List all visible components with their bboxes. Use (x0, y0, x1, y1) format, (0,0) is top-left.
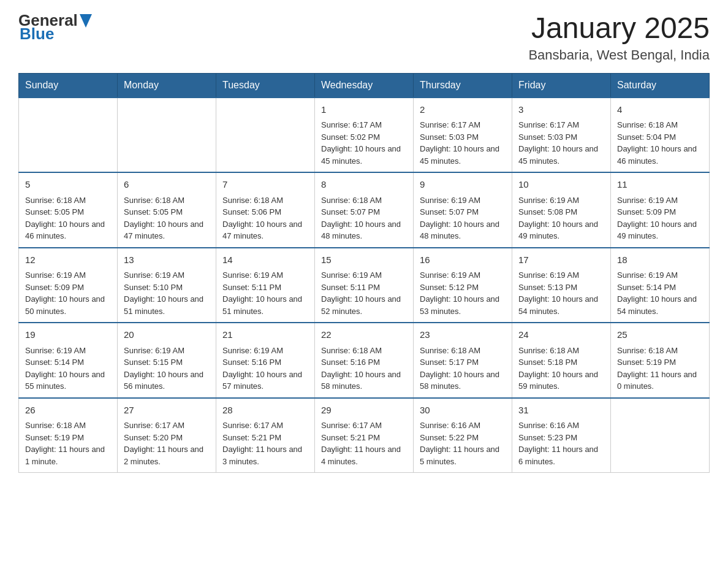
day-info: Sunrise: 6:19 AM (25, 269, 111, 282)
calendar-cell: 14Sunrise: 6:19 AMSunset: 5:11 PMDayligh… (216, 248, 315, 323)
location-title: Bansbaria, West Bengal, India (528, 47, 710, 63)
calendar-body: 1Sunrise: 6:17 AMSunset: 5:02 PMDaylight… (19, 98, 710, 473)
calendar-cell: 1Sunrise: 6:17 AMSunset: 5:02 PMDaylight… (315, 98, 414, 173)
title-section: January 2025 Bansbaria, West Bengal, Ind… (528, 12, 710, 63)
logo-blue-text: Blue (20, 26, 54, 42)
month-title: January 2025 (528, 12, 710, 45)
day-number: 28 (222, 404, 308, 418)
day-info: Sunset: 5:16 PM (222, 356, 308, 369)
day-info: Sunrise: 6:19 AM (617, 194, 703, 207)
day-info: Sunrise: 6:17 AM (518, 119, 604, 131)
day-info: Daylight: 10 hours and 50 minutes. (25, 293, 111, 317)
day-info: Daylight: 10 hours and 47 minutes. (222, 218, 308, 242)
day-number: 30 (420, 404, 506, 418)
day-info: Sunset: 5:17 PM (420, 356, 506, 369)
day-info: Daylight: 10 hours and 45 minutes. (518, 143, 604, 167)
day-number: 14 (222, 253, 308, 267)
header-wednesday: Wednesday (315, 73, 414, 98)
day-info: Sunset: 5:14 PM (617, 282, 703, 294)
calendar-cell (611, 398, 710, 473)
day-number: 22 (321, 328, 407, 342)
day-info: Sunrise: 6:19 AM (321, 269, 407, 282)
header-row: SundayMondayTuesdayWednesdayThursdayFrid… (19, 73, 710, 98)
day-info: Daylight: 10 hours and 54 minutes. (617, 293, 703, 317)
day-info: Sunset: 5:16 PM (321, 356, 407, 369)
day-number: 11 (617, 178, 703, 192)
day-number: 19 (25, 328, 111, 342)
day-info: Sunset: 5:11 PM (321, 282, 407, 294)
day-info: Sunset: 5:09 PM (25, 282, 111, 294)
calendar-cell: 4Sunrise: 6:18 AMSunset: 5:04 PMDaylight… (611, 98, 710, 173)
day-info: Daylight: 11 hours and 3 minutes. (222, 443, 308, 467)
day-number: 26 (25, 404, 111, 418)
day-info: Sunrise: 6:19 AM (420, 194, 506, 207)
calendar-cell: 29Sunrise: 6:17 AMSunset: 5:21 PMDayligh… (315, 398, 414, 473)
day-info: Daylight: 10 hours and 57 minutes. (222, 369, 308, 393)
day-number: 31 (518, 404, 604, 418)
day-info: Sunrise: 6:18 AM (321, 345, 407, 357)
day-info: Sunset: 5:08 PM (518, 206, 604, 218)
day-info: Sunset: 5:21 PM (222, 432, 308, 444)
day-info: Sunset: 5:06 PM (222, 206, 308, 218)
calendar-cell: 11Sunrise: 6:19 AMSunset: 5:09 PMDayligh… (611, 172, 710, 248)
header-sunday: Sunday (19, 73, 118, 98)
day-info: Sunset: 5:15 PM (124, 356, 210, 369)
day-info: Sunrise: 6:19 AM (518, 194, 604, 207)
day-info: Daylight: 10 hours and 58 minutes. (420, 369, 506, 393)
day-info: Daylight: 10 hours and 48 minutes. (420, 218, 506, 242)
day-number: 9 (420, 178, 506, 192)
day-info: Sunrise: 6:19 AM (124, 345, 210, 357)
header-friday: Friday (512, 73, 611, 98)
day-info: Sunrise: 6:18 AM (420, 345, 506, 357)
calendar-cell (118, 98, 216, 173)
calendar-cell: 2Sunrise: 6:17 AMSunset: 5:03 PMDaylight… (414, 98, 512, 173)
day-info: Daylight: 10 hours and 55 minutes. (25, 369, 111, 393)
calendar-cell: 26Sunrise: 6:18 AMSunset: 5:19 PMDayligh… (19, 398, 118, 473)
calendar-cell: 19Sunrise: 6:19 AMSunset: 5:14 PMDayligh… (19, 323, 118, 398)
week-row-3: 12Sunrise: 6:19 AMSunset: 5:09 PMDayligh… (19, 248, 710, 323)
day-info: Daylight: 10 hours and 52 minutes. (321, 293, 407, 317)
day-info: Sunrise: 6:18 AM (518, 345, 604, 357)
day-info: Daylight: 11 hours and 1 minute. (25, 443, 111, 467)
day-info: Sunset: 5:23 PM (518, 432, 604, 444)
day-info: Sunrise: 6:19 AM (25, 345, 111, 357)
calendar-cell: 17Sunrise: 6:19 AMSunset: 5:13 PMDayligh… (512, 248, 611, 323)
calendar-cell: 30Sunrise: 6:16 AMSunset: 5:22 PMDayligh… (414, 398, 512, 473)
day-info: Sunset: 5:14 PM (25, 356, 111, 369)
calendar-cell: 5Sunrise: 6:18 AMSunset: 5:05 PMDaylight… (19, 172, 118, 248)
day-info: Sunset: 5:22 PM (420, 432, 506, 444)
day-info: Sunset: 5:09 PM (617, 206, 703, 218)
day-info: Sunrise: 6:17 AM (321, 119, 407, 131)
week-row-5: 26Sunrise: 6:18 AMSunset: 5:19 PMDayligh… (19, 398, 710, 473)
week-row-4: 19Sunrise: 6:19 AMSunset: 5:14 PMDayligh… (19, 323, 710, 398)
day-info: Sunrise: 6:16 AM (420, 419, 506, 432)
day-info: Daylight: 11 hours and 5 minutes. (420, 443, 506, 467)
day-info: Sunset: 5:05 PM (25, 206, 111, 218)
day-info: Sunrise: 6:18 AM (617, 119, 703, 131)
day-info: Daylight: 10 hours and 59 minutes. (518, 369, 604, 393)
day-info: Sunset: 5:05 PM (124, 206, 210, 218)
day-info: Sunrise: 6:19 AM (420, 269, 506, 282)
calendar-cell: 7Sunrise: 6:18 AMSunset: 5:06 PMDaylight… (216, 172, 315, 248)
calendar-cell: 8Sunrise: 6:18 AMSunset: 5:07 PMDaylight… (315, 172, 414, 248)
svg-marker-0 (80, 14, 92, 28)
calendar-cell: 15Sunrise: 6:19 AMSunset: 5:11 PMDayligh… (315, 248, 414, 323)
calendar-cell: 23Sunrise: 6:18 AMSunset: 5:17 PMDayligh… (414, 323, 512, 398)
day-info: Sunset: 5:19 PM (25, 432, 111, 444)
day-number: 1 (321, 103, 407, 117)
day-number: 17 (518, 253, 604, 267)
day-info: Sunset: 5:10 PM (124, 282, 210, 294)
day-number: 23 (420, 328, 506, 342)
day-info: Sunrise: 6:19 AM (222, 345, 308, 357)
day-number: 27 (124, 404, 210, 418)
day-number: 16 (420, 253, 506, 267)
day-number: 12 (25, 253, 111, 267)
day-info: Sunrise: 6:19 AM (222, 269, 308, 282)
day-number: 25 (617, 328, 703, 342)
day-info: Daylight: 10 hours and 45 minutes. (321, 143, 407, 167)
calendar-cell: 6Sunrise: 6:18 AMSunset: 5:05 PMDaylight… (118, 172, 216, 248)
calendar-cell: 27Sunrise: 6:17 AMSunset: 5:20 PMDayligh… (118, 398, 216, 473)
calendar-cell: 28Sunrise: 6:17 AMSunset: 5:21 PMDayligh… (216, 398, 315, 473)
day-info: Daylight: 10 hours and 46 minutes. (25, 218, 111, 242)
day-info: Daylight: 10 hours and 53 minutes. (420, 293, 506, 317)
